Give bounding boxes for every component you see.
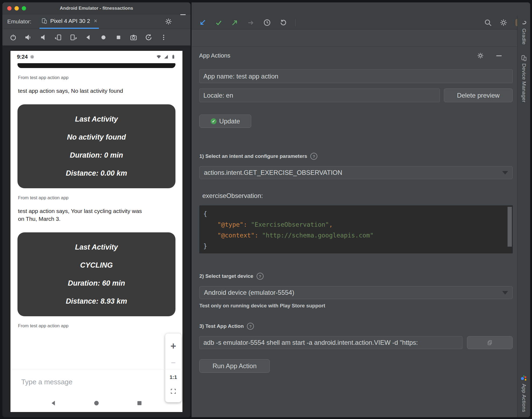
help-icon[interactable]: ? — [257, 273, 264, 280]
adb-command-field[interactable] — [199, 336, 462, 349]
status-time: 9:24 — [17, 54, 28, 60]
search-icon[interactable] — [484, 19, 492, 27]
undo-icon[interactable] — [279, 19, 287, 27]
card-title: Last Activity — [22, 243, 171, 251]
signal-icon — [163, 54, 169, 59]
android-studio-window: App Actions Delete preview — [191, 2, 530, 417]
panel-hide-icon[interactable] — [496, 55, 502, 56]
last-activity-card: Last Activity CYCLING Duration: 60 min D… — [17, 232, 175, 316]
intent-dropdown[interactable]: actions.intent.GET_EXERCISE_OBSERVATION — [199, 166, 513, 179]
app-actions-tool-button[interactable]: App Actions — [521, 375, 527, 412]
nav-back-icon[interactable] — [50, 399, 57, 407]
vcs-commit-icon[interactable] — [215, 19, 223, 27]
device-manager-tab-label: Device Manager — [521, 63, 527, 102]
panel-header: App Actions — [192, 47, 517, 65]
emulator-label: Emulator: — [7, 18, 31, 25]
copy-icon — [487, 340, 493, 346]
section-2-label: 2) Select target device — [199, 273, 253, 279]
vcs-update-icon[interactable] — [199, 19, 207, 27]
run-forward-icon[interactable] — [247, 19, 255, 27]
vcs-push-icon[interactable] — [231, 19, 239, 27]
previous-card-edge — [17, 63, 175, 68]
section-3-label: 3) Test App Action — [199, 323, 244, 329]
zoom-out-button[interactable]: − — [171, 359, 176, 367]
message-source-label: From test app action app — [17, 323, 175, 329]
update-check-icon: ✓ — [211, 118, 217, 124]
right-tool-strip: Gradle Device Manager App Actions — [517, 16, 530, 417]
phone-area: 9:24 — [2, 45, 190, 417]
delete-preview-button[interactable]: Delete preview — [444, 88, 513, 102]
run-app-action-button[interactable]: Run App Action — [199, 359, 270, 373]
history-clock-icon[interactable] — [263, 19, 271, 27]
card-duration: Duration: 0 min — [22, 151, 171, 159]
zoom-in-button[interactable]: + — [170, 341, 176, 351]
volume-up-icon[interactable] — [24, 34, 32, 41]
rotate-left-icon[interactable] — [55, 34, 62, 41]
nav-overview-icon[interactable] — [136, 399, 143, 407]
overview-icon[interactable] — [115, 34, 122, 41]
card-title: Last Activity — [22, 115, 171, 123]
message-input-area — [10, 370, 182, 394]
home-icon[interactable] — [100, 34, 107, 41]
app-name-field[interactable] — [199, 69, 513, 83]
more-options-kebab-icon[interactable] — [160, 34, 167, 41]
gradle-icon — [521, 20, 527, 26]
emulator-minimize-panel-icon[interactable] — [180, 14, 186, 15]
tab-label: Pixel 4 API 30 2 — [50, 18, 90, 24]
assistant-message: test app action says, No last activity f… — [17, 87, 146, 95]
last-activity-card: Last Activity No activity found Duration… — [17, 104, 175, 188]
app-actions-tool-window: App Actions Delete preview — [192, 30, 517, 417]
chevron-down-icon — [502, 171, 508, 175]
message-input[interactable] — [10, 378, 131, 386]
gradle-tab-label: Gradle — [521, 29, 527, 45]
panel-settings-gear-icon[interactable] — [477, 52, 484, 59]
help-icon[interactable]: ? — [310, 153, 317, 160]
locale-field[interactable] — [199, 88, 440, 102]
ide-main-toolbar — [192, 16, 530, 30]
update-button[interactable]: ✓ Update — [199, 115, 251, 128]
tab-close-icon[interactable]: × — [94, 17, 97, 24]
screenshot-camera-icon[interactable] — [130, 34, 137, 41]
device-icon — [41, 18, 48, 24]
screen-rotate-icon[interactable] — [145, 34, 152, 41]
device-manager-tool-button[interactable]: Device Manager — [521, 55, 527, 102]
device-value: Android device (emulator-5554) — [204, 289, 294, 296]
android-navbar — [10, 394, 182, 412]
tab-pixel-4-api-30[interactable]: Pixel 4 API 30 2 × — [39, 14, 99, 29]
target-device-dropdown[interactable]: Android device (emulator-5554) — [199, 286, 513, 299]
nav-home-icon[interactable] — [93, 399, 100, 407]
emulator-settings-gear-icon[interactable] — [165, 18, 172, 25]
gradle-tool-button[interactable]: Gradle — [521, 20, 527, 45]
editor-scrollbar[interactable] — [508, 207, 512, 247]
emulator-controls-bar — [2, 29, 190, 45]
toolbar-separator — [295, 19, 296, 26]
assistant-message: test app action says, Your last cycling … — [17, 207, 146, 223]
power-icon[interactable] — [9, 34, 17, 41]
chevron-down-icon — [502, 291, 508, 294]
battery-icon — [171, 54, 176, 59]
card-activity: CYCLING — [22, 261, 171, 269]
desktop: Android Emulator - fitnessactions Emulat… — [0, 0, 532, 419]
copy-command-button[interactable] — [467, 336, 513, 349]
intent-value: actions.intent.GET_EXERCISE_OBSERVATION — [204, 169, 342, 176]
help-icon[interactable]: ? — [247, 323, 254, 330]
emulator-toolbar: Emulator: Pixel 4 API 30 2 × — [2, 14, 190, 29]
message-source-label: From test app action app — [17, 75, 175, 80]
settings-gear-icon[interactable] — [499, 19, 508, 27]
ide-top-strip — [192, 2, 530, 16]
wifi-icon — [156, 54, 161, 59]
device-note: Test only on running device with Play St… — [199, 303, 513, 309]
window-title: Android Emulator - fitnessactions — [2, 6, 190, 11]
volume-down-icon[interactable] — [39, 34, 47, 41]
back-icon[interactable] — [85, 34, 92, 41]
app-actions-tab-label: App Actions — [521, 384, 527, 412]
section-1-label: 1) Select an intent and configure parame… — [199, 153, 307, 159]
assistant-icon — [521, 375, 527, 382]
intent-params-editor[interactable]: { "@type": "ExerciseObservation", "@cont… — [199, 205, 513, 253]
rotate-right-icon[interactable] — [70, 34, 77, 41]
card-activity: No activity found — [22, 133, 171, 141]
status-gear-icon — [30, 55, 34, 59]
phone-statusbar: 9:24 — [10, 51, 182, 63]
phone-screen: 9:24 — [10, 51, 182, 412]
emulator-titlebar: Android Emulator - fitnessactions — [2, 2, 190, 14]
